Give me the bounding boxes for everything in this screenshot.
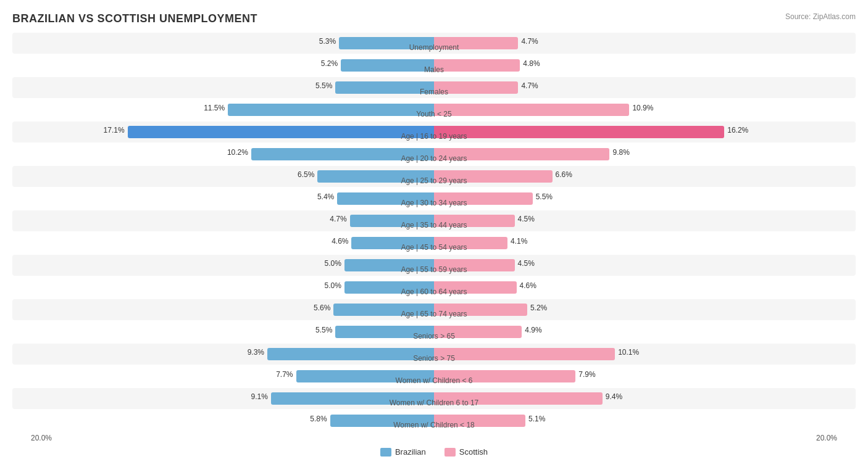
bar-right: 9.8%: [434, 148, 609, 160]
bar-right: 7.9%: [434, 370, 575, 382]
chart-container: BRAZILIAN VS SCOTTISH UNEMPLOYMENT Sourc…: [12, 12, 856, 457]
chart-source: Source: ZipAtlas.com: [785, 12, 856, 21]
bar-left: 5.0%: [344, 259, 434, 271]
bar-right: 4.7%: [434, 81, 518, 94]
right-section: 5.2%: [434, 299, 856, 320]
left-section: 11.5%: [12, 99, 434, 120]
value-right: 4.1%: [507, 237, 527, 246]
legend-item-brazilian: Brazilian: [380, 447, 426, 457]
right-section: 9.4%: [434, 388, 856, 409]
value-right: 5.5%: [533, 192, 553, 201]
value-right: 4.7%: [518, 81, 538, 90]
right-section: 7.9%: [434, 366, 856, 387]
value-left: 5.6%: [314, 304, 333, 312]
value-right: 4.5%: [515, 259, 535, 268]
left-section: 4.6%: [12, 233, 434, 254]
left-section: 5.5%: [12, 321, 434, 342]
bar-row: 5.0% Age | 60 to 64 years 4.6%: [12, 277, 856, 298]
bar-left: 5.5%: [335, 81, 434, 94]
left-section: 5.5%: [12, 77, 434, 98]
value-left: 6.5%: [298, 170, 317, 179]
value-right: 4.6%: [517, 281, 536, 290]
value-right: 10.9%: [629, 104, 653, 112]
legend-label-brazilian: Brazilian: [395, 447, 426, 457]
value-left: 4.7%: [330, 215, 349, 223]
value-left: 9.3%: [248, 348, 267, 357]
legend-color-brazilian: [380, 448, 391, 457]
value-left: 5.0%: [325, 259, 344, 268]
bar-row: 5.0% Age | 55 to 59 years 4.5%: [12, 255, 856, 276]
bar-right: 6.6%: [434, 170, 553, 183]
bar-left: 5.4%: [337, 192, 434, 205]
value-left: 5.5%: [315, 326, 335, 334]
axis-left-label: 20.0%: [31, 434, 52, 442]
right-section: 4.7%: [434, 77, 856, 98]
bar-right: 5.5%: [434, 192, 533, 205]
bar-right: 4.7%: [434, 37, 518, 49]
chart-title: BRAZILIAN VS SCOTTISH UNEMPLOYMENT: [12, 12, 257, 25]
value-left: 5.3%: [319, 37, 339, 46]
bar-row: 6.5% Age | 25 to 29 years 6.6%: [12, 166, 856, 187]
value-left: 10.2%: [227, 148, 251, 157]
right-section: 10.9%: [434, 99, 856, 120]
right-section: 5.5%: [434, 188, 856, 209]
bar-row: 5.5% Females 4.7%: [12, 77, 856, 98]
bar-row: 10.2% Age | 20 to 24 years 9.8%: [12, 144, 856, 165]
bar-right: 4.6%: [434, 281, 517, 294]
value-right: 9.4%: [603, 392, 622, 401]
bar-left: 4.6%: [351, 237, 434, 249]
legend-label-scottish: Scottish: [459, 447, 488, 457]
right-section: 10.1%: [434, 344, 856, 365]
left-section: 5.6%: [12, 299, 434, 320]
value-left: 4.6%: [332, 237, 351, 246]
value-right: 4.7%: [518, 37, 538, 46]
bar-right: 16.2%: [434, 126, 724, 138]
left-section: 4.7%: [12, 210, 434, 231]
bar-right: 5.2%: [434, 304, 527, 316]
bar-left: 9.3%: [267, 348, 434, 360]
value-right: 4.9%: [522, 326, 541, 334]
left-section: 10.2%: [12, 144, 434, 165]
bar-right: 4.5%: [434, 215, 515, 227]
left-section: 5.2%: [12, 55, 434, 76]
value-left: 5.2%: [321, 59, 341, 68]
bar-right: 10.1%: [434, 348, 615, 360]
bar-left: 9.1%: [271, 392, 434, 405]
left-section: 5.4%: [12, 188, 434, 209]
right-section: 4.5%: [434, 210, 856, 231]
bar-row: 4.6% Age | 45 to 54 years 4.1%: [12, 233, 856, 254]
bar-row: 17.1% Age | 16 to 19 years 16.2%: [12, 122, 856, 143]
legend: Brazilian Scottish: [12, 447, 856, 457]
bar-row: 4.7% Age | 35 to 44 years 4.5%: [12, 210, 856, 231]
right-section: 9.8%: [434, 144, 856, 165]
value-left: 5.4%: [317, 192, 337, 201]
bar-left: 17.1%: [128, 126, 434, 138]
value-left: 9.1%: [251, 392, 271, 401]
bar-left: 5.8%: [330, 415, 434, 427]
left-section: 5.0%: [12, 255, 434, 276]
bar-right: 4.5%: [434, 259, 515, 271]
left-section: 17.1%: [12, 122, 434, 143]
value-right: 5.2%: [527, 304, 547, 312]
value-left: 7.7%: [276, 370, 296, 379]
bar-left: 6.5%: [317, 170, 434, 183]
bar-left: 5.6%: [333, 304, 434, 316]
right-section: 4.5%: [434, 255, 856, 276]
bar-right: 5.1%: [434, 415, 525, 427]
left-section: 5.0%: [12, 277, 434, 298]
bar-row: 5.6% Age | 65 to 74 years 5.2%: [12, 299, 856, 320]
bar-right: 10.9%: [434, 104, 629, 116]
bar-right: 4.1%: [434, 237, 507, 249]
bar-left: 10.2%: [251, 148, 434, 160]
bar-row: 5.3% Unemployment 4.7%: [12, 33, 856, 54]
bar-row: 5.5% Seniors > 65 4.9%: [12, 321, 856, 342]
bar-row: 11.5% Youth < 25 10.9%: [12, 99, 856, 120]
bar-left: 5.2%: [341, 59, 434, 72]
bar-row: 5.2% Males 4.8%: [12, 55, 856, 76]
value-left: 5.0%: [325, 281, 344, 290]
left-section: 7.7%: [12, 366, 434, 387]
right-section: 6.6%: [434, 166, 856, 187]
right-section: 16.2%: [434, 122, 856, 143]
value-right: 7.9%: [575, 370, 595, 379]
value-right: 6.6%: [553, 170, 572, 179]
